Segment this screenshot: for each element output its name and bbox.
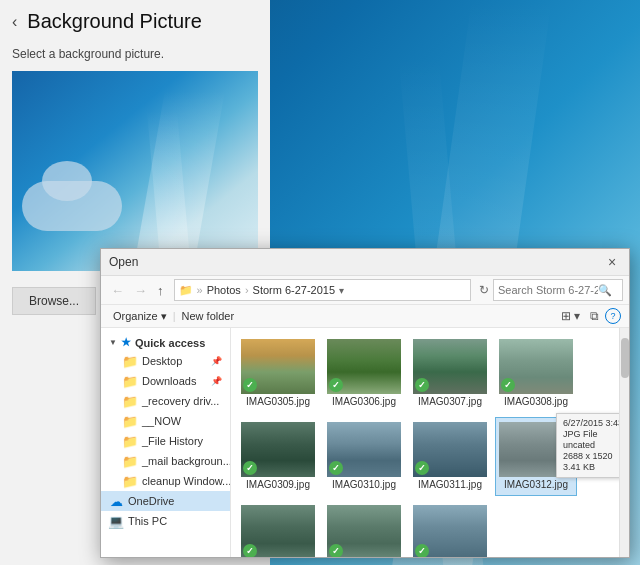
file-item[interactable]: ✓ IMAG0306.jpg (323, 334, 405, 413)
file-item[interactable]: ✓ IMAG0314.jpg (323, 500, 405, 557)
history-folder-icon: 📁 (123, 434, 137, 448)
recovery-label: _recovery driv... (142, 395, 219, 407)
back-button[interactable]: ‹ (12, 13, 17, 31)
sidebar-item-quick-access[interactable]: ▼ ★ Quick access (101, 332, 230, 351)
browse-button[interactable]: Browse... (12, 287, 96, 315)
file-name: IMAG0307.jpg (418, 396, 482, 408)
preview-pane-button[interactable]: ⧉ (586, 307, 603, 325)
onedrive-label: OneDrive (128, 495, 174, 507)
new-folder-button[interactable]: New folder (178, 308, 239, 324)
file-name: IMAG0309.jpg (246, 479, 310, 491)
back-nav-button[interactable]: ← (107, 281, 128, 300)
file-thumbnail: ✓ (327, 339, 401, 394)
file-thumbnail: ✓ (413, 505, 487, 557)
help-button[interactable]: ? (605, 308, 621, 324)
view-toggle-button[interactable]: ⊞ ▾ (557, 307, 584, 325)
address-bar[interactable]: 📁 » Photos › Storm 6-27-2015 ▾ (174, 279, 472, 301)
file-name: IMAG0308.jpg (504, 396, 568, 408)
file-item-selected[interactable]: IMAG0312.jpg 6/27/2015 3:43 PM JPG File … (495, 417, 577, 496)
tooltip-location: uncated (563, 440, 619, 450)
file-name: IMAG0310.jpg (332, 479, 396, 491)
file-thumbnail: ✓ (327, 422, 401, 477)
file-grid: ✓ IMAG0305.jpg ✓ IMAG0306.jpg ✓ IMAG0307… (231, 328, 619, 557)
check-mark: ✓ (415, 544, 429, 557)
dialog-titlebar: Open × (101, 249, 629, 276)
file-thumbnail: ✓ (241, 505, 315, 557)
file-item[interactable]: ✓ IMAG0310.jpg (323, 417, 405, 496)
file-item[interactable]: ✓ IMAG0315.jpg (409, 500, 491, 557)
breadcrumb: 📁 » Photos › Storm 6-27-2015 ▾ (179, 284, 345, 297)
pin-icon-downloads: 📌 (211, 376, 222, 386)
breadcrumb-storm[interactable]: Storm 6-27-2015 (253, 284, 336, 296)
tooltip-size: 3.41 KB (563, 462, 619, 472)
dialog-close-button[interactable]: × (603, 253, 621, 271)
panel-subtitle: Select a background picture. (0, 43, 270, 71)
breadcrumb-photos[interactable]: Photos (207, 284, 241, 296)
sidebar-item-cleanup[interactable]: 📁 cleanup Window... (101, 471, 230, 491)
view-controls: ⊞ ▾ ⧉ ? (557, 307, 621, 325)
file-tooltip: 6/27/2015 3:43 PM JPG File uncated 2688 … (556, 413, 619, 478)
file-item[interactable]: ✓ IMAG0311.jpg (409, 417, 491, 496)
recovery-folder-icon: 📁 (123, 394, 137, 408)
panel-header: ‹ Background Picture (0, 0, 270, 43)
scroll-thumb[interactable] (621, 338, 629, 378)
sidebar-item-onedrive[interactable]: ☁ OneDrive (101, 491, 230, 511)
tooltip-type: JPG File (563, 429, 619, 439)
forward-nav-button[interactable]: → (130, 281, 151, 300)
cloud-decoration (22, 181, 122, 231)
file-thumbnail: ✓ (327, 505, 401, 557)
panel-title: Background Picture (27, 10, 202, 33)
refresh-button[interactable]: ↻ (477, 281, 491, 299)
background-folder-icon: 📁 (123, 454, 137, 468)
check-mark: ✓ (243, 461, 257, 475)
computer-icon: 💻 (109, 514, 123, 528)
check-mark: ✓ (243, 544, 257, 557)
check-mark: ✓ (415, 378, 429, 392)
search-bar: 🔍 (493, 279, 623, 301)
search-input[interactable] (498, 284, 598, 296)
sidebar-item-recovery[interactable]: 📁 _recovery driv... (101, 391, 230, 411)
file-item[interactable]: ✓ IMAG0305.jpg (237, 334, 319, 413)
breadcrumb-icon: 📁 (179, 284, 193, 297)
onedrive-icon: ☁ (109, 494, 123, 508)
sidebar-item-background[interactable]: 📁 _mail backgroun... (101, 451, 230, 471)
organize-button[interactable]: Organize ▾ (109, 308, 171, 325)
scrollbar[interactable] (619, 328, 629, 557)
preview-image (12, 71, 258, 271)
file-thumbnail: ✓ (241, 422, 315, 477)
dialog-body: ▼ ★ Quick access 📁 Desktop 📌 📁 Downloads… (101, 328, 629, 557)
separator: | (173, 310, 176, 322)
cleanup-folder-icon: 📁 (123, 474, 137, 488)
file-item[interactable]: ✓ IMAG0313.jpg (237, 500, 319, 557)
sidebar-item-history[interactable]: 📁 _File History (101, 431, 230, 451)
sidebar-item-now[interactable]: 📁 __NOW (101, 411, 230, 431)
search-icon: 🔍 (598, 284, 612, 297)
cleanup-label: cleanup Window... (142, 475, 230, 487)
star-icon: ★ (121, 336, 131, 349)
check-mark: ✓ (415, 461, 429, 475)
sidebar-item-this-pc[interactable]: 💻 This PC (101, 511, 230, 531)
sidebar-item-downloads[interactable]: 📁 Downloads 📌 (101, 371, 230, 391)
file-name: IMAG0305.jpg (246, 396, 310, 408)
check-mark: ✓ (243, 378, 257, 392)
file-item[interactable]: ✓ IMAG0307.jpg (409, 334, 491, 413)
dialog-title: Open (109, 255, 138, 269)
file-item[interactable]: ✓ IMAG0309.jpg (237, 417, 319, 496)
quick-access-label: Quick access (135, 337, 205, 349)
tooltip-dimensions: 2688 x 1520 (563, 451, 619, 461)
expand-icon: ▼ (109, 338, 117, 347)
background-preview (12, 71, 258, 271)
pin-icon: 📌 (211, 356, 222, 366)
file-thumbnail: ✓ (241, 339, 315, 394)
open-dialog: Open × ← → ↑ 📁 » Photos › Storm 6-27-201… (100, 248, 630, 558)
file-sidebar: ▼ ★ Quick access 📁 Desktop 📌 📁 Downloads… (101, 328, 231, 557)
now-folder-icon: 📁 (123, 414, 137, 428)
downloads-folder-icon: 📁 (123, 374, 137, 388)
check-mark: ✓ (329, 544, 343, 557)
desktop-label: Desktop (142, 355, 182, 367)
file-item[interactable]: ✓ IMAG0308.jpg (495, 334, 577, 413)
sidebar-item-desktop[interactable]: 📁 Desktop 📌 (101, 351, 230, 371)
tooltip-date: 6/27/2015 3:43 PM (563, 418, 619, 428)
up-nav-button[interactable]: ↑ (153, 281, 168, 300)
dialog-actions: Organize ▾ | New folder ⊞ ▾ ⧉ ? (101, 305, 629, 328)
